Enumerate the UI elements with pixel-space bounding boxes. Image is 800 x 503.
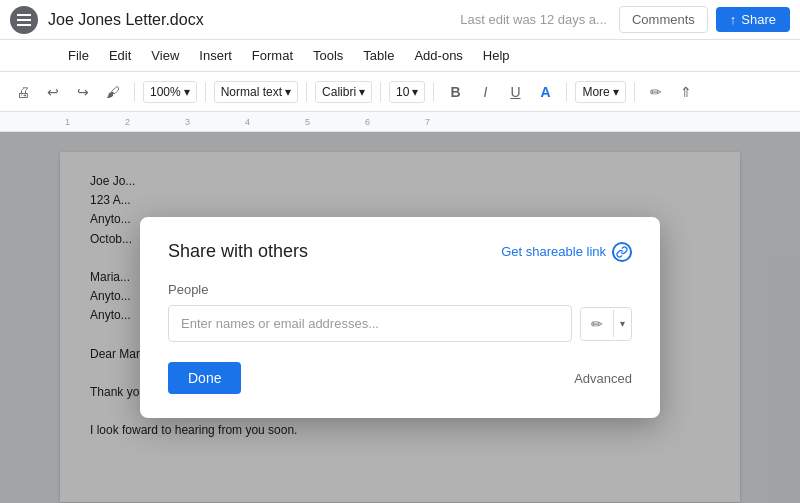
zoom-value: 100%	[150, 85, 181, 99]
menu-format[interactable]: Format	[244, 44, 301, 67]
menu-view[interactable]: View	[143, 44, 187, 67]
ruler-mark-3: 3	[185, 117, 190, 127]
share-button[interactable]: ↑ Share	[716, 7, 790, 32]
link-icon	[612, 242, 632, 262]
more-label: More	[582, 85, 609, 99]
more-dropdown[interactable]: More ▾	[575, 81, 625, 103]
comments-button[interactable]: Comments	[619, 6, 708, 33]
share-label: Share	[741, 12, 776, 27]
separator-4	[380, 82, 381, 102]
done-button[interactable]: Done	[168, 362, 241, 394]
zoom-dropdown[interactable]: 100% ▾	[143, 81, 197, 103]
hamburger-icon[interactable]	[10, 6, 38, 34]
edit-dropdown-icon[interactable]: ▾	[613, 310, 631, 337]
menu-tools[interactable]: Tools	[305, 44, 351, 67]
menu-table[interactable]: Table	[355, 44, 402, 67]
format-icon[interactable]: ⇑	[673, 79, 699, 105]
separator-1	[134, 82, 135, 102]
ruler: 1 2 3 4 5 6 7	[0, 112, 800, 132]
separator-5	[433, 82, 434, 102]
ruler-mark-5: 5	[305, 117, 310, 127]
advanced-link[interactable]: Advanced	[574, 371, 632, 386]
share-icon: ↑	[730, 12, 737, 27]
size-value: 10	[396, 85, 409, 99]
toolbar: 🖨 ↩ ↪ 🖌 100% ▾ Normal text ▾ Calibri ▾ 1…	[0, 72, 800, 112]
more-arrow-icon: ▾	[613, 85, 619, 99]
share-dialog-title: Share with others	[168, 241, 308, 262]
menu-addons[interactable]: Add-ons	[406, 44, 470, 67]
print-icon[interactable]: 🖨	[10, 79, 36, 105]
size-arrow-icon: ▾	[412, 85, 418, 99]
doc-area: Joe Jo... 123 A... Anyto... Octob... Mar…	[0, 132, 800, 503]
doc-title[interactable]: Joe Jones Letter.docx	[48, 11, 204, 29]
undo-icon[interactable]: ↩	[40, 79, 66, 105]
menu-edit[interactable]: Edit	[101, 44, 139, 67]
people-input-row: ✏ ▾	[168, 305, 632, 342]
get-shareable-link-text: Get shareable link	[501, 244, 606, 259]
ruler-mark-6: 6	[365, 117, 370, 127]
share-dialog-header: Share with others Get shareable link	[168, 241, 632, 262]
edit-pencil-icon[interactable]: ✏	[581, 308, 613, 340]
top-bar: Joe Jones Letter.docx Last edit was 12 d…	[0, 0, 800, 40]
ruler-mark-7: 7	[425, 117, 430, 127]
menu-file[interactable]: File	[60, 44, 97, 67]
style-value: Normal text	[221, 85, 282, 99]
menu-help[interactable]: Help	[475, 44, 518, 67]
modal-overlay: Share with others Get shareable link Peo…	[0, 132, 800, 503]
people-label: People	[168, 282, 632, 297]
style-arrow-icon: ▾	[285, 85, 291, 99]
ruler-mark-4: 4	[245, 117, 250, 127]
separator-7	[634, 82, 635, 102]
font-value: Calibri	[322, 85, 356, 99]
people-input[interactable]	[168, 305, 572, 342]
style-dropdown[interactable]: Normal text ▾	[214, 81, 298, 103]
dialog-footer: Done Advanced	[168, 362, 632, 394]
menu-bar: File Edit View Insert Format Tools Table…	[0, 40, 800, 72]
last-edit-text: Last edit was 12 days a...	[460, 12, 607, 27]
separator-3	[306, 82, 307, 102]
underline-icon[interactable]: U	[502, 79, 528, 105]
redo-icon[interactable]: ↪	[70, 79, 96, 105]
separator-6	[566, 82, 567, 102]
size-dropdown[interactable]: 10 ▾	[389, 81, 425, 103]
ruler-mark-2: 2	[125, 117, 130, 127]
share-dialog: Share with others Get shareable link Peo…	[140, 217, 660, 418]
edit-permissions-button[interactable]: ✏ ▾	[580, 307, 632, 341]
font-dropdown[interactable]: Calibri ▾	[315, 81, 372, 103]
separator-2	[205, 82, 206, 102]
ruler-mark-1: 1	[65, 117, 70, 127]
paint-format-icon[interactable]: 🖌	[100, 79, 126, 105]
text-color-icon[interactable]: A	[532, 79, 558, 105]
zoom-arrow-icon: ▾	[184, 85, 190, 99]
font-arrow-icon: ▾	[359, 85, 365, 99]
highlight-icon[interactable]: ✏	[643, 79, 669, 105]
bold-icon[interactable]: B	[442, 79, 468, 105]
menu-insert[interactable]: Insert	[191, 44, 240, 67]
get-shareable-link-button[interactable]: Get shareable link	[501, 242, 632, 262]
italic-icon[interactable]: I	[472, 79, 498, 105]
